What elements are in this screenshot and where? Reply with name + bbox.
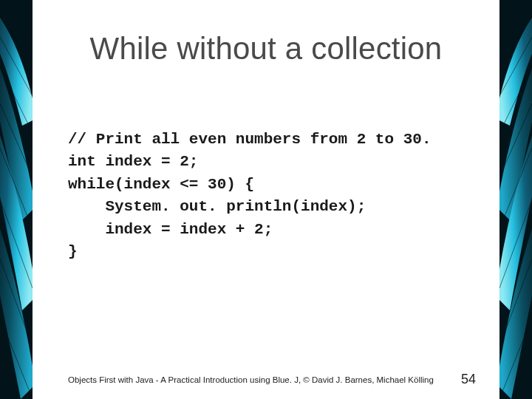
page-number: 54: [461, 372, 476, 387]
slide-title: While without a collection: [33, 0, 499, 66]
slide-background: While without a collection // Print all …: [0, 0, 532, 399]
decorative-left-feathers: [0, 0, 33, 399]
slide-content: While without a collection // Print all …: [33, 0, 499, 399]
decorative-right-feathers: [499, 0, 532, 399]
slide-footer: Objects First with Java - A Practical In…: [68, 375, 434, 384]
code-example: // Print all even numbers from 2 to 30. …: [68, 129, 431, 264]
